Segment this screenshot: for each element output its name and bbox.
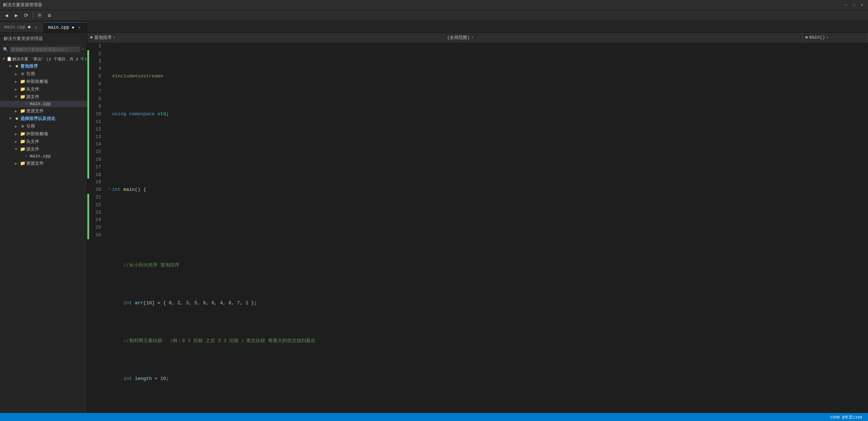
fold-1 xyxy=(107,73,112,79)
ref2-icon: ⊞ xyxy=(19,124,26,129)
scope-dropdown-label: (全局范围) xyxy=(447,35,470,41)
project-select-sort[interactable]: ▼ ■ 选择排序以及优化 xyxy=(0,115,87,123)
ext2-icon: 📁 xyxy=(19,131,26,137)
code-line-3 xyxy=(105,148,868,156)
ln-22: 22 xyxy=(92,201,101,209)
code-content-9: int length = 10; xyxy=(112,375,169,383)
sidebar-header: 解决方案资源管理器 xyxy=(0,33,87,45)
project-dropdown[interactable]: ■ 冒泡排序 ▾ xyxy=(87,33,119,42)
ln-15: 15 xyxy=(92,148,101,156)
ln-5: 5 xyxy=(92,73,101,80)
fold-6 xyxy=(107,262,112,268)
solution-root[interactable]: ▼ 📋 解决方案 '算法' (2 个项目，共 2 个) xyxy=(0,56,87,63)
ln-20: 20 xyxy=(92,186,101,194)
sidebar-search-bar: 🔍 → xyxy=(0,45,87,54)
src2-icon: 📁 xyxy=(19,147,26,152)
code-line-5 xyxy=(105,224,868,232)
hdr1-arrow: ▶ xyxy=(13,87,19,92)
project2-label: 选择排序以及优化 xyxy=(20,116,55,122)
project-dropdown-label: 冒泡排序 xyxy=(94,35,112,41)
minimize-icon[interactable]: ─ xyxy=(843,2,849,8)
close-icon[interactable]: ✕ xyxy=(859,2,865,8)
sidebar-title: 解决方案资源管理器 xyxy=(4,36,43,42)
ln-2: 2 xyxy=(92,50,101,58)
project1-icon: ■ xyxy=(13,64,20,69)
maincpp1-icon: ⁺ xyxy=(23,102,30,107)
tab-label-1: main.cpp xyxy=(4,25,25,30)
sidebar-item-external1[interactable]: ▶ 📁 外部依赖项 xyxy=(0,78,87,85)
tab-main-cpp-1[interactable]: main.cpp ● ✕ xyxy=(0,22,44,32)
sidebar-item-external2[interactable]: ▶ 📁 外部依赖项 xyxy=(0,130,87,138)
editor-area: ■ 冒泡排序 ▾ (全局范围) ▾ ■ main() ▾ xyxy=(87,33,868,413)
forward-icon[interactable]: ▶ xyxy=(12,11,21,20)
code-line-2: using namespace std; xyxy=(105,111,868,118)
back-icon[interactable]: ◀ xyxy=(2,11,11,20)
refresh-icon[interactable]: ⟳ xyxy=(22,11,31,20)
project-bubble-sort[interactable]: ▼ ■ 冒泡排序 xyxy=(0,63,87,70)
title-icons: ─ □ ✕ xyxy=(843,2,865,8)
project2-icon: ■ xyxy=(13,116,20,121)
editor-dropdowns: ■ 冒泡排序 ▾ (全局范围) ▾ ■ main() ▾ xyxy=(87,33,868,43)
sidebar-item-ref1[interactable]: ▶ ⊞ 引用 xyxy=(0,70,87,78)
ln-16: 16 xyxy=(92,156,101,164)
sidebar-item-ref2[interactable]: ▶ ⊞ 引用 xyxy=(0,123,87,130)
code-editor[interactable]: #include<iostream> using namespace std; … xyxy=(105,43,868,413)
sidebar-item-res2[interactable]: ▶ 📁 资源文件 xyxy=(0,160,87,167)
code-content-3 xyxy=(112,148,115,156)
fold-8 xyxy=(107,337,112,343)
tab-close-2[interactable]: ✕ xyxy=(76,25,82,31)
tab-modified-dot-1: ● xyxy=(28,24,31,30)
search-go-icon[interactable]: → xyxy=(81,47,84,52)
code-content-6: //从小到大排序 冒泡排序 xyxy=(112,262,179,269)
tab-main-cpp-2[interactable]: main.cpp ● ✕ xyxy=(44,22,87,32)
ln-23: 23 xyxy=(92,209,101,217)
ln-24: 24 xyxy=(92,216,101,224)
search-input[interactable] xyxy=(10,47,80,52)
sidebar-item-src2[interactable]: ▼ 📁 源文件 xyxy=(0,145,87,153)
sidebar-item-res1[interactable]: ▶ 📁 资源文件 xyxy=(0,107,87,115)
src1-arrow: ▼ xyxy=(13,95,19,99)
copy-icon[interactable]: ⎘ xyxy=(35,11,44,20)
sidebar-item-main-cpp-2[interactable]: ⁺ main.cpp xyxy=(0,153,87,160)
maincpp2-icon: ⁺ xyxy=(23,154,30,159)
code-content-7: int arr[10] = { 0, 2, 3, 5, 9, 6, 4, 8, … xyxy=(112,300,257,307)
tab-bar: main.cpp ● ✕ main.cpp ● ✕ xyxy=(0,21,868,33)
fold-4[interactable]: ⊟ xyxy=(107,186,112,192)
tab-close-1[interactable]: ✕ xyxy=(33,24,39,30)
ln-26: 26 xyxy=(92,232,101,239)
solution-arrow: ▼ xyxy=(1,57,7,61)
code-content-8: //相邻两元素比较 （例：0 2 比较 之后 2 3 比较 ）依次比较 将最大的… xyxy=(112,337,315,345)
code-content-2: using namespace std; xyxy=(112,111,169,118)
function-dropdown-arrow: ▾ xyxy=(827,35,829,40)
res1-arrow: ▶ xyxy=(13,109,19,113)
hdr1-label: 头文件 xyxy=(26,86,39,92)
toolbar: ◀ ▶ ⟳ ⎘ ⚙ xyxy=(0,10,868,21)
sidebar: 解决方案资源管理器 🔍 → ▼ 📋 解决方案 '算法' (2 个项目，共 2 个… xyxy=(0,33,87,413)
src1-label: 源文件 xyxy=(26,94,39,100)
sidebar-item-headers1[interactable]: ▶ 📁 头文件 xyxy=(0,85,87,93)
code-container[interactable]: 1 2 3 4 5 6 7 8 9 10 11 12 13 14 15 16 1… xyxy=(87,43,868,413)
settings-icon[interactable]: ⚙ xyxy=(45,11,54,20)
ln-9: 9 xyxy=(92,103,101,111)
src2-label: 源文件 xyxy=(26,146,39,152)
function-dropdown[interactable]: ■ main() ▾ xyxy=(803,33,868,42)
sidebar-item-src1[interactable]: ▼ 📁 源文件 xyxy=(0,93,87,101)
ln-13: 13 xyxy=(92,133,101,141)
ln-4: 4 xyxy=(92,65,101,73)
ln-19: 19 xyxy=(92,179,101,186)
ln-1: 1 xyxy=(92,43,101,50)
sidebar-item-headers2[interactable]: ▶ 📁 头文件 xyxy=(0,138,87,145)
maximize-icon[interactable]: □ xyxy=(851,2,857,8)
code-line-9: int length = 10; xyxy=(105,375,868,383)
fold-5 xyxy=(107,224,112,230)
scope-dropdown[interactable]: (全局范围) ▾ xyxy=(119,33,803,42)
hdr2-arrow: ▶ xyxy=(13,140,19,144)
maincpp2-label: main.cpp xyxy=(30,154,51,159)
code-line-8: //相邻两元素比较 （例：0 2 比较 之后 2 3 比较 ）依次比较 将最大的… xyxy=(105,337,868,345)
file-tree: ▼ 📋 解决方案 '算法' (2 个项目，共 2 个) ▼ ■ 冒泡排序 ▶ ⊞… xyxy=(0,54,87,169)
src2-arrow: ▼ xyxy=(13,147,19,151)
sidebar-item-main-cpp-1[interactable]: ⁺ main.cpp xyxy=(0,101,87,107)
fold-9 xyxy=(107,375,112,381)
project1-arrow: ▼ xyxy=(7,64,13,68)
main-layout: 解决方案资源管理器 🔍 → ▼ 📋 解决方案 '算法' (2 个项目，共 2 个… xyxy=(0,33,868,413)
